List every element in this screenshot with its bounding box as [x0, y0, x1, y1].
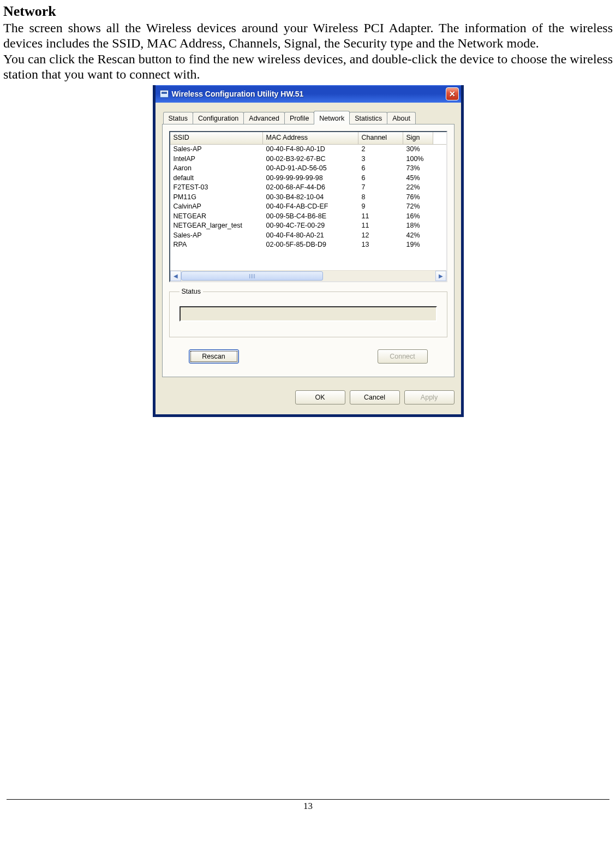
status-groupbox: Status	[169, 288, 447, 337]
cell-mac: 00-99-99-99-99-98	[263, 174, 358, 183]
cell-signal: 22%	[403, 183, 433, 193]
cell-channel: 3	[358, 154, 403, 164]
window-title: Wireless Configuration Utility HW.51	[172, 90, 446, 98]
cell-mac: 00-40-F4-AB-CD-EF	[263, 202, 358, 212]
table-row[interactable]: Sales-AP00-40-F4-80-A0-211242%	[170, 231, 446, 241]
app-icon	[160, 90, 169, 98]
cell-channel: 6	[358, 164, 403, 174]
close-icon[interactable]: ✕	[446, 87, 459, 100]
cell-ssid: RPA	[170, 240, 263, 250]
cell-ssid: NETGEAR	[170, 212, 263, 222]
tab-about[interactable]: About	[387, 112, 416, 124]
cell-channel: 12	[358, 231, 403, 241]
table-row[interactable]: NETGEAR00-09-5B-C4-B6-8E1116%	[170, 212, 446, 222]
cell-signal: 19%	[403, 240, 433, 250]
table-row[interactable]: default00-99-99-99-99-98645%	[170, 174, 446, 183]
column-header-mac[interactable]: MAC Address	[263, 132, 358, 144]
horizontal-scrollbar[interactable]: ◀ ▶	[170, 270, 446, 281]
status-textbox	[180, 306, 437, 322]
titlebar[interactable]: Wireless Configuration Utility HW.51 ✕	[156, 85, 461, 103]
cell-channel: 9	[358, 202, 403, 212]
cell-mac: 00-AD-91-AD-56-05	[263, 164, 358, 174]
cell-signal: 72%	[403, 202, 433, 212]
table-row[interactable]: RPA02-00-5F-85-DB-D91319%	[170, 240, 446, 250]
tab-profile[interactable]: Profile	[284, 112, 314, 124]
cell-signal: 73%	[403, 164, 433, 174]
cell-ssid: Sales-AP	[170, 145, 263, 154]
tab-statistics[interactable]: Statistics	[349, 112, 387, 124]
cell-signal: 76%	[403, 193, 433, 203]
tab-network[interactable]: Network	[314, 111, 350, 124]
listview-header[interactable]: SSID MAC Address Channel Sign	[170, 132, 446, 145]
ok-button[interactable]: OK	[295, 390, 345, 404]
intro-paragraph-2: You can click the Rescan button to find …	[3, 52, 613, 82]
client-area: StatusConfigurationAdvancedProfileNetwor…	[156, 103, 461, 383]
cell-mac: 00-40-F4-80-A0-1D	[263, 145, 358, 154]
cell-signal: 16%	[403, 212, 433, 222]
column-header-signal[interactable]: Sign	[403, 132, 433, 144]
tabstrip: StatusConfigurationAdvancedProfileNetwor…	[162, 110, 454, 124]
cell-mac: 00-09-5B-C4-B6-8E	[263, 212, 358, 222]
cell-channel: 7	[358, 183, 403, 193]
cell-channel: 8	[358, 193, 403, 203]
scroll-thumb[interactable]	[181, 271, 324, 281]
table-row[interactable]: Aaron00-AD-91-AD-56-05673%	[170, 164, 446, 174]
network-listview[interactable]: SSID MAC Address Channel Sign Sales-AP00…	[169, 131, 447, 282]
cell-signal: 30%	[403, 145, 433, 154]
cell-ssid: NETGEAR_larger_test	[170, 221, 263, 231]
intro-paragraph-1: The screen shows all the Wireless device…	[3, 21, 613, 51]
cell-mac: 00-02-B3-92-67-BC	[263, 154, 358, 164]
table-row[interactable]: CalvinAP00-40-F4-AB-CD-EF972%	[170, 202, 446, 212]
cell-ssid: Sales-AP	[170, 231, 263, 241]
cell-ssid: Aaron	[170, 164, 263, 174]
section-heading: Network	[3, 3, 613, 20]
page-number: 13	[7, 799, 609, 812]
tab-configuration[interactable]: Configuration	[193, 112, 244, 124]
apply-button[interactable]: Apply	[404, 390, 454, 404]
cell-signal: 45%	[403, 174, 433, 183]
cell-ssid: CalvinAP	[170, 202, 263, 212]
table-row[interactable]: Sales-AP00-40-F4-80-A0-1D230%	[170, 145, 446, 154]
cell-ssid: IntelAP	[170, 154, 263, 164]
dialog-footer: OK Cancel Apply	[156, 383, 461, 414]
cell-ssid: F2TEST-03	[170, 183, 263, 193]
cell-signal: 100%	[403, 154, 433, 164]
rescan-button[interactable]: Rescan	[189, 349, 239, 364]
tab-status[interactable]: Status	[163, 112, 193, 124]
scroll-track[interactable]	[181, 271, 435, 281]
wireless-config-dialog: Wireless Configuration Utility HW.51 ✕ S…	[153, 85, 464, 417]
cell-signal: 18%	[403, 221, 433, 231]
column-header-ssid[interactable]: SSID	[170, 132, 263, 144]
cell-mac: 02-00-68-AF-44-D6	[263, 183, 358, 193]
cell-mac: 00-40-F4-80-A0-21	[263, 231, 358, 241]
cell-ssid: PM11G	[170, 193, 263, 203]
status-legend: Status	[180, 288, 203, 295]
cell-mac: 00-90-4C-7E-00-29	[263, 221, 358, 231]
cell-signal: 42%	[403, 231, 433, 241]
table-row[interactable]: F2TEST-0302-00-68-AF-44-D6722%	[170, 183, 446, 193]
listview-body[interactable]: Sales-AP00-40-F4-80-A0-1D230%IntelAP00-0…	[170, 145, 446, 270]
table-row[interactable]: PM11G00-30-B4-82-10-04876%	[170, 193, 446, 203]
tab-advanced[interactable]: Advanced	[243, 112, 285, 124]
cell-mac: 00-30-B4-82-10-04	[263, 193, 358, 203]
column-header-channel[interactable]: Channel	[358, 132, 403, 144]
cell-channel: 2	[358, 145, 403, 154]
tabpanel-network: SSID MAC Address Channel Sign Sales-AP00…	[162, 124, 454, 377]
cell-channel: 11	[358, 221, 403, 231]
cell-ssid: default	[170, 174, 263, 183]
cell-channel: 11	[358, 212, 403, 222]
scroll-left-icon[interactable]: ◀	[170, 271, 181, 281]
table-row[interactable]: NETGEAR_larger_test00-90-4C-7E-00-291118…	[170, 221, 446, 231]
cancel-button[interactable]: Cancel	[350, 390, 400, 404]
cell-channel: 13	[358, 240, 403, 250]
cell-mac: 02-00-5F-85-DB-D9	[263, 240, 358, 250]
connect-button[interactable]: Connect	[378, 349, 428, 364]
action-row: Rescan Connect	[169, 337, 447, 369]
table-row[interactable]: IntelAP00-02-B3-92-67-BC3100%	[170, 154, 446, 164]
scroll-right-icon[interactable]: ▶	[435, 271, 446, 281]
cell-channel: 6	[358, 174, 403, 183]
